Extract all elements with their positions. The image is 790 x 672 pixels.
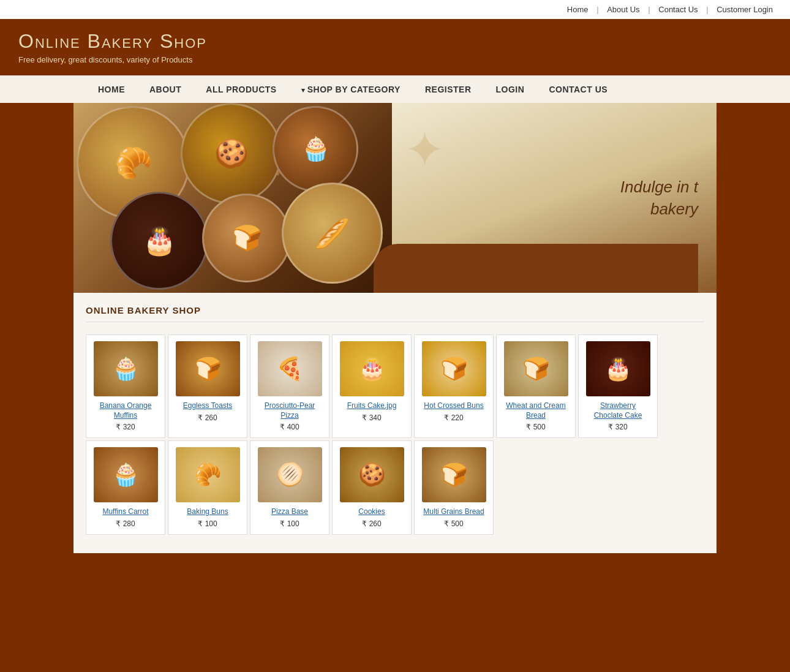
product-price-baking-buns: ₹ 100 [175,519,241,528]
product-card-fruits-cake[interactable]: 🎂Fruits Cake.jpg₹ 340 [332,334,412,438]
product-price-hot-crossed-buns: ₹ 220 [421,413,487,422]
product-name-muffins-carrot[interactable]: Muffins Carrot [92,507,159,517]
product-price-multi-grains-bread: ₹ 500 [421,519,487,528]
banner-img-6: 🥖 [282,183,383,284]
product-price-prosciutto-pear-pizza: ₹ 400 [257,423,323,431]
product-img-eggless-toasts: 🍞 [176,341,240,396]
banner-images: 🥐 🍪 🧁 🎂 🍞 🥖 [73,103,392,293]
product-img-prosciutto-pear-pizza: 🍕 [258,341,322,396]
product-img-cookies: 🍪 [340,447,404,502]
nav-item-login[interactable]: LOGIN [484,76,537,103]
banner-img-5: 🍞 [202,194,291,282]
product-img-multi-grains-bread: 🍞 [422,447,486,502]
product-price-banana-orange-muffins: ₹ 320 [92,423,159,431]
product-img-baking-buns: 🥐 [176,447,240,502]
banner-tagline-area: ✦ Indulge in t bakery [392,103,717,293]
main-nav: HOMEABOUTALL PRODUCTSSHOP BY CATEGORYREG… [0,75,790,103]
product-card-pizza-base[interactable]: 🫓Pizza Base₹ 100 [250,440,329,535]
nav-list: HOMEABOUTALL PRODUCTSSHOP BY CATEGORYREG… [73,76,717,103]
site-subtitle: Free delivery, great discounts, variety … [18,55,772,64]
product-name-strawberry-chocolate-cake[interactable]: Strawberry Choclate Cake [585,401,651,420]
product-card-wheat-cream-bread[interactable]: 🍞Wheat and Cream Bread₹ 500 [496,334,576,438]
product-card-baking-buns[interactable]: 🥐Baking Buns₹ 100 [168,440,247,535]
topbar-login-link[interactable]: Customer Login [717,5,773,14]
product-name-wheat-cream-bread[interactable]: Wheat and Cream Bread [503,401,569,420]
nav-item-shop-by-category[interactable]: SHOP BY CATEGORY [289,76,413,103]
product-price-cookies: ₹ 260 [339,519,405,528]
product-price-strawberry-chocolate-cake: ₹ 320 [585,423,651,431]
product-price-wheat-cream-bread: ₹ 500 [503,423,569,431]
nav-item-about[interactable]: ABOUT [137,76,194,103]
product-card-strawberry-chocolate-cake[interactable]: 🎂Strawberry Choclate Cake₹ 320 [578,334,658,438]
separator3: | [706,5,708,14]
product-card-eggless-toasts[interactable]: 🍞Eggless Toasts₹ 260 [168,334,247,438]
separator2: | [648,5,650,14]
banner-decor: ✦ [404,121,445,178]
product-card-multi-grains-bread[interactable]: 🍞Multi Grains Bread₹ 500 [414,440,494,535]
nav-item-all-products[interactable]: ALL PRODUCTS [194,76,288,103]
banner-img-4: 🎂 [110,192,208,290]
separator1: | [596,5,598,14]
product-price-pizza-base: ₹ 100 [257,519,323,528]
product-img-hot-crossed-buns: 🍞 [422,341,486,396]
product-price-fruits-cake: ₹ 340 [339,413,405,422]
tagline-line1: Indulge in t [620,176,698,198]
product-img-wheat-cream-bread: 🍞 [504,341,568,396]
product-name-eggless-toasts[interactable]: Eggless Toasts [175,401,241,411]
product-price-eggless-toasts: ₹ 260 [175,413,241,422]
topbar-home-link[interactable]: Home [567,5,589,14]
nav-item-register[interactable]: REGISTER [413,76,484,103]
product-name-prosciutto-pear-pizza[interactable]: Prosciutto-Pear Pizza [257,401,323,420]
hero-banner: 🥐 🍪 🧁 🎂 🍞 🥖 ✦ Indulge in t bakery [73,103,717,293]
section-title: ONLINE BAKERY SHOP [86,305,704,322]
product-grid: 🧁Banana Orange Muffins₹ 320🍞Eggless Toas… [86,334,704,535]
banner-img-3: 🧁 [273,106,358,192]
product-card-banana-orange-muffins[interactable]: 🧁Banana Orange Muffins₹ 320 [86,334,165,438]
product-name-baking-buns[interactable]: Baking Buns [175,507,241,517]
product-card-cookies[interactable]: 🍪Cookies₹ 260 [332,440,412,535]
product-name-cookies[interactable]: Cookies [339,507,405,517]
product-name-multi-grains-bread[interactable]: Multi Grains Bread [421,507,487,517]
topbar-contact-link[interactable]: Contact Us [658,5,698,14]
nav-item-home[interactable]: HOME [86,76,137,103]
product-name-banana-orange-muffins[interactable]: Banana Orange Muffins [92,401,159,420]
product-price-muffins-carrot: ₹ 280 [92,519,159,528]
product-img-muffins-carrot: 🧁 [94,447,158,502]
banner-img-2: 🍪 [181,103,282,204]
site-header: Online Bakery Shop Free delivery, great … [0,19,790,75]
top-bar: Home | About Us | Contact Us | Customer … [0,0,790,19]
tagline-line2: bakery [620,198,698,220]
nav-item-contact-us[interactable]: CONTACT US [536,76,620,103]
product-card-hot-crossed-buns[interactable]: 🍞Hot Crossed Buns₹ 220 [414,334,494,438]
product-name-pizza-base[interactable]: Pizza Base [257,507,323,517]
product-img-fruits-cake: 🎂 [340,341,404,396]
product-img-pizza-base: 🫓 [258,447,322,502]
product-name-hot-crossed-buns[interactable]: Hot Crossed Buns [421,401,487,411]
product-img-strawberry-chocolate-cake: 🎂 [586,341,650,396]
product-card-muffins-carrot[interactable]: 🧁Muffins Carrot₹ 280 [86,440,165,535]
site-title: Online Bakery Shop [18,30,772,53]
product-name-fruits-cake[interactable]: Fruits Cake.jpg [339,401,405,411]
topbar-about-link[interactable]: About Us [607,5,639,14]
banner-tagline: Indulge in t bakery [620,176,698,221]
product-img-banana-orange-muffins: 🧁 [94,341,158,396]
product-card-prosciutto-pear-pizza[interactable]: 🍕Prosciutto-Pear Pizza₹ 400 [250,334,329,438]
main-content: ONLINE BAKERY SHOP 🧁Banana Orange Muffin… [73,293,717,553]
